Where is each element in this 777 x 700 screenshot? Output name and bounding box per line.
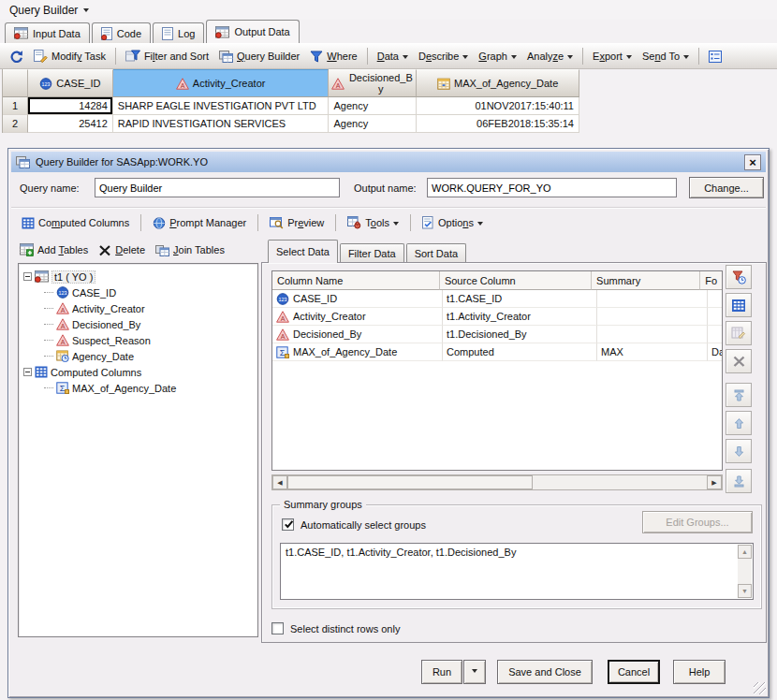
grid-corner-cell[interactable] <box>3 69 28 97</box>
analyze-menu-button[interactable]: Analyze <box>523 49 577 64</box>
properties-list-button[interactable] <box>705 49 726 65</box>
cell-activity-creator[interactable]: RAPID INVESTIGATION SERVICES <box>113 115 330 133</box>
tree-item-computed-columns[interactable]: Computed Columns <box>19 364 257 380</box>
header-format[interactable]: Fo <box>700 271 722 290</box>
query-name-input[interactable] <box>95 178 340 197</box>
cancel-button[interactable]: Cancel <box>608 660 660 684</box>
cell-activity-creator[interactable]: SHARP EAGLE INVESTIGATION PVT LTD <box>113 97 330 115</box>
computed-columns-button[interactable]: Computed Columns <box>18 215 133 231</box>
close-button[interactable]: × <box>744 154 761 170</box>
table-row[interactable]: 123CASE_ID t1.CASE_ID <box>272 290 722 308</box>
save-and-close-button[interactable]: Save and Close <box>497 660 593 684</box>
tools-menu-button[interactable]: Tools <box>344 214 403 231</box>
move-down-button[interactable] <box>726 439 752 463</box>
query-builder-button[interactable]: Query Builder <box>215 49 303 65</box>
delete-column-button[interactable] <box>726 349 752 373</box>
vertical-scrollbar[interactable]: ▲ ▼ <box>738 545 752 598</box>
tree-item-max-of-agency-date[interactable]: Σ MAX_of_Agency_Date <box>19 380 257 396</box>
tab-output-data[interactable]: Output Data <box>206 20 299 43</box>
edit-groups-button[interactable]: Edit Groups... <box>642 511 753 533</box>
header-column-name[interactable]: Column Name <box>272 271 440 290</box>
column-header-max-of-agency-date[interactable]: MAX_of_Agency_Date <box>417 69 579 97</box>
collapse-icon[interactable] <box>23 368 32 376</box>
summary-groups-value-box[interactable]: t1.CASE_ID, t1.Activity_Creator, t1.Deci… <box>280 543 754 600</box>
auto-select-groups-checkbox[interactable] <box>282 518 294 531</box>
task-title-dropdown-icon[interactable] <box>83 8 89 15</box>
tab-select-data[interactable]: Select Data <box>268 240 338 263</box>
prompt-manager-button[interactable]: Prompt Manager <box>149 215 250 231</box>
modify-task-button[interactable]: Modify Task <box>30 48 110 65</box>
scroll-down-button[interactable]: ▼ <box>738 584 752 598</box>
resize-grip[interactable] <box>754 682 766 694</box>
tree-item-case-id[interactable]: 123 CASE_ID <box>19 284 257 300</box>
filter-and-sort-button[interactable]: Filter and Sort <box>122 48 213 65</box>
move-up-button[interactable] <box>726 411 752 435</box>
scroll-left-button[interactable]: ◀ <box>272 475 287 489</box>
help-button[interactable]: Help <box>673 660 726 684</box>
select-distinct-checkbox[interactable] <box>271 622 284 634</box>
scroll-up-button[interactable]: ▲ <box>738 545 752 559</box>
column-header-activity-creator[interactable]: A Activity_Creator <box>113 69 330 97</box>
tab-filter-data[interactable]: Filter Data <box>340 243 404 263</box>
scrollbar-thumb[interactable] <box>287 475 533 489</box>
table-row[interactable]: AActivity_Creator t1.Activity_Creator <box>272 308 722 326</box>
column-header-decisioned-by[interactable]: A Decisioned_By <box>329 69 417 97</box>
log-icon <box>162 27 173 40</box>
tree-item-agency-date[interactable]: Agency_Date <box>19 348 257 364</box>
table-row[interactable]: ADecisioned_By t1.Decisioned_By <box>272 326 722 343</box>
export-menu-button[interactable]: Export <box>589 49 636 64</box>
delete-button[interactable]: Delete <box>98 244 145 256</box>
collapse-icon[interactable] <box>23 272 32 281</box>
data-menu-button[interactable]: Data <box>374 49 412 64</box>
scrollbar-track[interactable] <box>533 475 707 489</box>
tree-item-label: CASE_ID <box>72 287 116 299</box>
horizontal-scrollbar[interactable]: ◀ ▶ <box>271 474 723 490</box>
cell-max-of-agency-date[interactable]: 06FEB2018:15:35:14 <box>417 115 579 133</box>
query-name-label: Query name: <box>20 182 80 194</box>
where-button[interactable]: Where <box>306 49 360 65</box>
tab-sort-data[interactable]: Sort Data <box>406 243 466 263</box>
tab-log[interactable]: Log <box>153 22 204 43</box>
run-dropdown-button[interactable] <box>463 660 486 684</box>
header-source-column[interactable]: Source Column <box>440 271 592 290</box>
table-row[interactable]: ΣMAX_of_Agency_Date Computed MAX Da <box>272 343 722 361</box>
tree-item-suspect-reason[interactable]: A Suspect_Reason <box>19 332 257 348</box>
tree-item-t1[interactable]: t1 ( YO ) <box>19 269 257 284</box>
cell-case-id[interactable]: 14284 <box>28 97 113 115</box>
edit-column-button[interactable] <box>726 321 752 345</box>
cell-max-of-agency-date[interactable]: 01NOV2017:15:40:11 <box>417 97 579 115</box>
cell-decisioned-by[interactable]: Agency <box>329 115 417 133</box>
graph-menu-button[interactable]: Graph <box>475 49 520 64</box>
move-top-button[interactable] <box>726 383 752 407</box>
row-number-cell[interactable]: 2 <box>3 115 28 133</box>
cell-format <box>708 326 722 343</box>
scroll-right-button[interactable]: ▶ <box>707 475 722 489</box>
properties-button[interactable] <box>726 265 752 289</box>
dialog-titlebar[interactable]: Query Builder for SASApp:WORK.YO × <box>11 152 766 172</box>
cell-decisioned-by[interactable]: Agency <box>329 97 417 115</box>
output-name-input[interactable] <box>427 178 677 197</box>
join-tables-button[interactable]: Join Tables <box>155 244 225 256</box>
tab-code[interactable]: Code <box>92 22 151 43</box>
header-summary[interactable]: Summary <box>592 271 700 290</box>
send-to-menu-button[interactable]: Send To <box>638 49 693 64</box>
tree-item-activity-creator[interactable]: A Activity_Creator <box>19 300 257 316</box>
refresh-button[interactable] <box>6 48 27 65</box>
move-bottom-button[interactable] <box>726 469 752 493</box>
add-tables-button[interactable]: Add Tables <box>20 243 88 256</box>
change-button[interactable]: Change... <box>689 177 764 198</box>
column-header-case-id[interactable]: 123 CASE_ID <box>28 69 113 97</box>
cell-case-id[interactable]: 25412 <box>28 115 113 133</box>
computed-columns-stack-button[interactable] <box>726 293 752 317</box>
preview-icon <box>270 216 284 229</box>
main-toolbar: Modify Task Filter and Sort Query Builde… <box>0 43 777 69</box>
row-number-cell[interactable]: 1 <box>3 97 28 115</box>
tab-input-data[interactable]: Input Data <box>5 22 90 43</box>
tree-item-decisioned-by[interactable]: A Decisioned_By <box>19 316 257 332</box>
run-button[interactable]: Run <box>421 660 462 684</box>
preview-button[interactable]: Preview <box>266 214 328 231</box>
describe-menu-button[interactable]: Describe <box>415 49 472 64</box>
options-menu-button[interactable]: Options <box>418 214 487 231</box>
toolbar-separator <box>115 48 116 65</box>
chevron-down-icon <box>567 55 573 62</box>
